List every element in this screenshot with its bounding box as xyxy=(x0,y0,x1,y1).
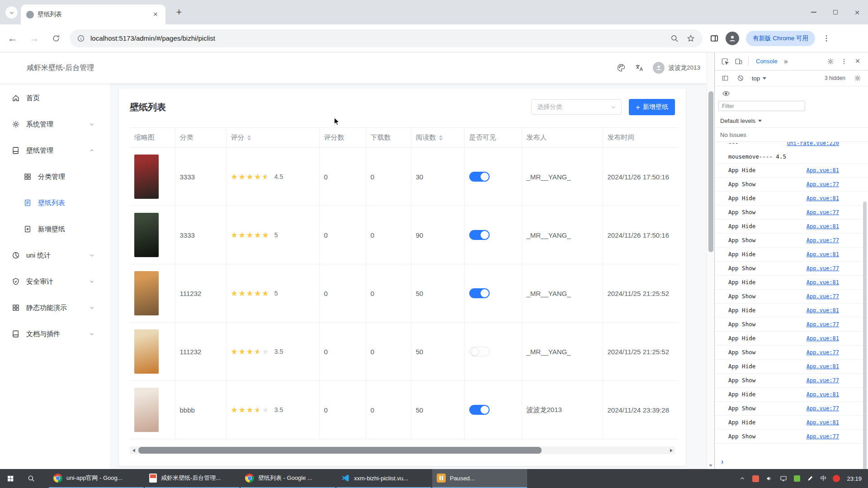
console-source-link[interactable]: App.vue:77 xyxy=(807,377,839,385)
taskbar-clock[interactable]: 23:19 xyxy=(847,475,862,482)
console-sidebar-button[interactable] xyxy=(718,72,732,84)
tray-expand-icon[interactable] xyxy=(739,475,745,482)
visibility-toggle[interactable] xyxy=(469,405,490,415)
window-minimize-button[interactable] xyxy=(803,0,825,24)
window-restore-button[interactable] xyxy=(825,0,846,24)
console-source-link[interactable]: App.vue:81 xyxy=(807,195,839,202)
sort-descending-icon[interactable] xyxy=(439,138,443,141)
console-source-link[interactable]: App.vue:77 xyxy=(807,321,839,328)
console-source-link[interactable]: App.vue:81 xyxy=(807,223,839,230)
rating-stars[interactable]: ★★★★★★★★★★5 xyxy=(231,290,315,297)
taskbar-item-1[interactable]: 咸虾米壁纸-后台管理... xyxy=(145,469,240,488)
scroll-left-icon[interactable] xyxy=(130,446,137,454)
tab-console[interactable]: Console xyxy=(751,52,782,70)
console-source-link[interactable]: App.vue:81 xyxy=(807,307,839,314)
rating-stars[interactable]: ★★★★★★★★★★5 xyxy=(231,231,315,239)
forward-button[interactable]: → xyxy=(25,29,43,47)
sidebar-item-4[interactable]: 壁纸列表 xyxy=(0,190,110,216)
tab-close-icon[interactable]: × xyxy=(151,10,160,19)
taskbar-item-3[interactable]: xxm-bizhi-piclist.vu... xyxy=(336,469,431,488)
side-panel-icon[interactable] xyxy=(710,34,719,43)
volume-icon[interactable] xyxy=(766,475,773,482)
sidebar-item-7[interactable]: 安全审计 xyxy=(0,268,110,295)
tab-search-button[interactable] xyxy=(5,6,18,19)
sort-descending-icon[interactable] xyxy=(247,138,251,141)
console-prompt[interactable]: › xyxy=(715,455,868,469)
window-close-button[interactable]: × xyxy=(846,0,868,24)
visibility-toggle[interactable] xyxy=(469,347,490,357)
console-source-link[interactable]: App.vue:77 xyxy=(807,209,839,216)
table-horizontal-scrollbar[interactable] xyxy=(130,446,675,454)
profile-avatar[interactable] xyxy=(726,32,739,45)
console-source-link[interactable]: App.vue:81 xyxy=(807,363,839,371)
console-settings-button[interactable] xyxy=(851,72,864,84)
console-source-link[interactable]: App.vue:77 xyxy=(807,237,839,244)
device-toolbar-button[interactable] xyxy=(732,55,745,68)
chrome-update-button[interactable]: 有新版 Chrome 可用 xyxy=(746,31,815,46)
sidebar-item-2[interactable]: 壁纸管理 xyxy=(0,137,110,164)
user-menu[interactable]: 波波龙2013 xyxy=(653,62,700,74)
sort-carets[interactable] xyxy=(247,135,251,141)
issues-bar[interactable]: No Issues xyxy=(715,127,868,142)
back-button[interactable]: ← xyxy=(4,29,22,47)
start-button[interactable] xyxy=(0,469,21,488)
sidebar-item-5[interactable]: 新增壁纸 xyxy=(0,216,110,242)
display-icon[interactable] xyxy=(780,475,787,482)
input-method-icon[interactable] xyxy=(833,475,840,482)
sidebar-item-9[interactable]: 文档与插件 xyxy=(0,321,110,347)
sort-carets[interactable] xyxy=(439,135,443,141)
pen-icon[interactable] xyxy=(807,475,813,482)
taskbar-item-2[interactable]: 壁纸列表 - Google ... xyxy=(241,469,335,488)
bookmark-star-icon[interactable] xyxy=(686,34,695,43)
sidebar-item-3[interactable]: 分类管理 xyxy=(0,164,110,190)
console-source-link[interactable]: App.vue:77 xyxy=(807,349,839,357)
scroll-right-icon[interactable] xyxy=(667,446,675,454)
console-source-link[interactable]: App.vue:81 xyxy=(807,279,839,286)
console-source-link[interactable]: App.vue:77 xyxy=(807,181,839,188)
sort-ascending-icon[interactable] xyxy=(247,135,251,137)
tray-app-icon[interactable] xyxy=(752,475,759,482)
scroll-down-icon[interactable] xyxy=(709,465,712,467)
more-tabs-icon[interactable]: » xyxy=(782,57,790,66)
console-source-link[interactable]: App.vue:81 xyxy=(807,167,839,174)
console-source-link[interactable]: App.vue:77 xyxy=(807,433,839,441)
console-filter-input[interactable] xyxy=(718,101,805,111)
site-info-icon[interactable] xyxy=(77,34,85,42)
hidden-messages-label[interactable]: 3 hidden xyxy=(825,75,845,81)
browser-tab[interactable]: 壁纸列表 × xyxy=(21,5,165,24)
sidebar-item-0[interactable]: 首页 xyxy=(0,85,110,111)
console-source-link[interactable]: App.vue:81 xyxy=(807,391,839,399)
category-select[interactable]: 选择分类 xyxy=(531,99,622,115)
add-wallpaper-button[interactable]: + 新增壁纸 xyxy=(629,99,675,115)
inspect-element-button[interactable] xyxy=(718,55,732,68)
devtools-settings-button[interactable] xyxy=(824,55,837,68)
thumbnail-image[interactable] xyxy=(134,155,159,199)
create-live-expression-button[interactable] xyxy=(719,87,733,100)
sort-ascending-icon[interactable] xyxy=(439,135,443,137)
url-bar[interactable]: localhost:5173/admin/#/pages/bizhi/picli… xyxy=(70,29,703,47)
tray-status-icon[interactable] xyxy=(794,475,800,482)
taskbar-item-4[interactable]: Paused... xyxy=(432,469,527,488)
devtools-close-button[interactable]: × xyxy=(851,55,864,68)
devtools-scrollbar-thumb[interactable] xyxy=(863,202,867,488)
horizontal-scroll-thumb[interactable] xyxy=(138,447,542,454)
rating-stars[interactable]: ★★★★★★★★★★3.5 xyxy=(231,348,315,356)
new-tab-button[interactable]: + xyxy=(173,6,185,19)
context-selector[interactable]: top xyxy=(752,75,766,82)
rating-stars[interactable]: ★★★★★★★★★★4.5 xyxy=(231,173,315,181)
thumbnail-image[interactable] xyxy=(134,271,159,315)
thumbnail-image[interactable] xyxy=(134,388,159,432)
taskbar-search-button[interactable] xyxy=(21,469,42,488)
devtools-menu-button[interactable] xyxy=(837,55,851,68)
translate-icon[interactable] xyxy=(635,63,644,72)
zoom-icon[interactable] xyxy=(670,34,679,43)
taskbar-item-0[interactable]: uni-app官网 - Goog... xyxy=(49,469,144,488)
visibility-toggle[interactable] xyxy=(469,230,490,240)
sidebar-item-6[interactable]: uni 统计 xyxy=(0,242,110,268)
clear-console-button[interactable] xyxy=(734,72,747,84)
console-source-link[interactable]: uni-rate.vue:220 xyxy=(787,142,839,147)
thumbnail-image[interactable] xyxy=(134,213,159,257)
theme-palette-icon[interactable] xyxy=(617,63,626,72)
log-levels-selector[interactable]: Default levels xyxy=(715,114,868,127)
console-source-link[interactable]: App.vue:81 xyxy=(807,335,839,343)
